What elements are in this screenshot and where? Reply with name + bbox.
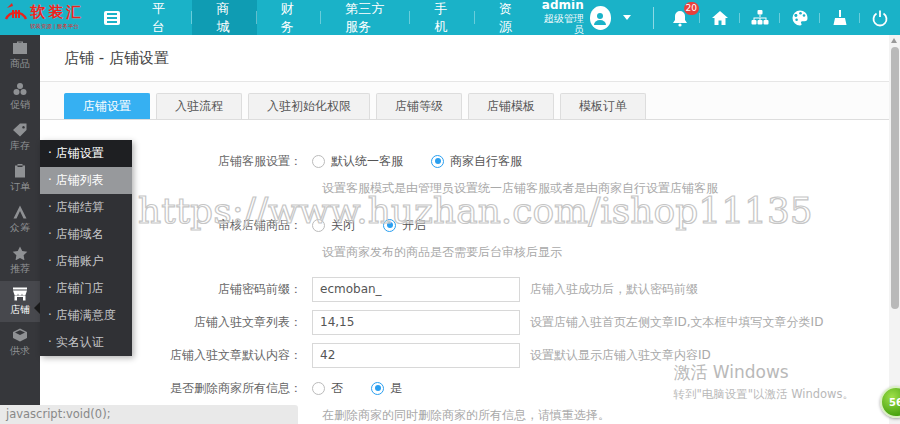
tab-shop-template[interactable]: 店铺模板 (468, 93, 554, 119)
nav-item-finance[interactable]: 财务 (257, 0, 321, 35)
sidebar-item-label: 店铺 (10, 303, 30, 317)
radio-icon[interactable] (312, 155, 325, 168)
page-title: 店铺 - 店铺设置 (40, 35, 900, 82)
radio-option[interactable]: 默认统一客服 (312, 153, 403, 170)
sidebar-item-crowdfunding[interactable]: 众筹 (0, 199, 40, 240)
tab-shop-settings[interactable]: 店铺设置 (64, 93, 150, 119)
power-icon[interactable] (860, 0, 900, 35)
cube-icon (12, 328, 28, 342)
submenu-item-shop-settings[interactable]: 店铺设置 (40, 140, 132, 167)
radio-option[interactable]: 商家自行客服 (431, 153, 522, 170)
tab-shop-grade[interactable]: 店铺等级 (376, 93, 462, 119)
sidebar-item-label: 推荐 (10, 262, 30, 276)
notifications-bell-icon[interactable]: 20 (660, 0, 700, 35)
radio-option[interactable]: 关闭 (312, 217, 355, 234)
icon-sidebar: 商品 促销 库存 订单 众筹 推荐 店铺 供求 (0, 35, 40, 424)
submenu-item-shop-satisfaction[interactable]: 店铺满意度 (40, 302, 132, 329)
field-hint: 设置客服模式是由管理员设置统一店铺客服或者是由商家自行设置店铺客服 (322, 180, 900, 197)
scroll-up-arrow-icon[interactable] (891, 38, 897, 43)
radio-label: 商家自行客服 (450, 153, 522, 170)
sidebar-item-label: 商品 (10, 57, 30, 71)
sidebar-item-recommend[interactable]: 推荐 (0, 240, 40, 281)
storefront-icon (12, 287, 28, 301)
mountain-a-icon (12, 205, 28, 219)
tag-icon (12, 123, 28, 137)
avatar (590, 6, 611, 30)
radio-option[interactable]: 开启 (383, 217, 426, 234)
sidebar-item-label: 促销 (10, 98, 30, 112)
radio-option[interactable]: 是 (371, 380, 402, 397)
tab-entry-init-permission[interactable]: 入驻初始化权限 (248, 93, 370, 119)
tab-template-orders[interactable]: 模板订单 (560, 93, 646, 119)
radio-label: 默认统一客服 (331, 153, 403, 170)
main-content: 店铺 - 店铺设置 店铺设置 入驻流程 入驻初始化权限 店铺等级 店铺模板 模板… (40, 35, 900, 424)
browser-status-bar: javascript:void(0); (0, 405, 298, 424)
briefcase-icon (12, 41, 28, 55)
nav-item-thirdparty[interactable]: 第三方服务 (321, 0, 410, 35)
radio-option[interactable]: 否 (312, 380, 343, 397)
field-label: 是否删除商家所有信息： (40, 380, 312, 397)
sitemap-icon[interactable] (740, 0, 780, 35)
radio-icon[interactable] (312, 219, 325, 232)
promotion-icon (12, 82, 28, 96)
sidebar-item-label: 众筹 (10, 221, 30, 235)
nav-item-platform[interactable]: 平台 (128, 0, 192, 35)
field-hint: 设置店铺入驻首页左侧文章ID,文本框中填写文章分类ID (530, 314, 823, 331)
nav-item-resource[interactable]: 资源 (475, 0, 539, 35)
sidebar-item-goods[interactable]: 商品 (0, 35, 40, 76)
submenu-item-shop-stores[interactable]: 店铺门店 (40, 275, 132, 302)
password-prefix-input[interactable] (312, 277, 520, 302)
sidebar-item-label: 供求 (10, 344, 30, 358)
logo-title: 软装汇 (30, 3, 84, 22)
nav-item-mobile[interactable]: 手机 (410, 0, 474, 35)
nav-item-mall[interactable]: 商城 (192, 0, 256, 35)
radio-icon[interactable] (312, 382, 325, 395)
radio-label: 否 (331, 380, 343, 397)
entry-article-content-input[interactable] (312, 343, 520, 368)
vertical-scrollbar[interactable] (889, 35, 900, 424)
sidebar-toggle-icon[interactable] (104, 11, 120, 25)
sidebar-item-supply[interactable]: 供求 (0, 322, 40, 363)
radio-icon[interactable] (383, 219, 396, 232)
divider (653, 7, 654, 29)
user-name: admin (539, 0, 584, 13)
radio-icon[interactable] (431, 155, 444, 168)
radio-label: 关闭 (331, 217, 355, 234)
topbar: 软装汇 软装资源 | 服务平台 平台 商城 财务 第三方服务 手机 资源 adm… (0, 0, 900, 35)
app-logo[interactable]: 软装汇 软装资源 | 服务平台 (0, 0, 102, 35)
submenu-item-shop-account[interactable]: 店铺账户 (40, 248, 132, 275)
chevron-down-icon (623, 15, 631, 20)
entry-article-list-input[interactable] (312, 310, 520, 335)
sidebar-item-label: 订单 (10, 180, 30, 194)
submenu-collapse-arrow-icon[interactable] (34, 302, 40, 314)
logo-roof-icon (4, 2, 28, 23)
sidebar-item-stock[interactable]: 库存 (0, 117, 40, 158)
bell-badge: 20 (684, 2, 699, 15)
palette-icon[interactable] (780, 0, 820, 35)
tab-bar: 店铺设置 入驻流程 入驻初始化权限 店铺等级 店铺模板 模板订单 (40, 82, 900, 120)
main-nav: 平台 商城 财务 第三方服务 手机 资源 (128, 0, 539, 35)
submenu-item-shop-settlement[interactable]: 店铺结算 (40, 194, 132, 221)
home-icon[interactable] (700, 0, 740, 35)
user-menu[interactable]: admin 超级管理员 (539, 0, 647, 36)
scrollbar-thumb[interactable] (891, 47, 899, 309)
user-role: 超级管理员 (539, 13, 584, 36)
submenu-item-shop-list[interactable]: 店铺列表 (40, 167, 132, 194)
field-hint: 在删除商家的同时删除商家的所有信息，请慎重选择。 (322, 407, 900, 424)
logo-subtitle: 软装资源 | 服务平台 (30, 23, 79, 30)
sidebar-item-promotion[interactable]: 促销 (0, 76, 40, 117)
sidebar-item-label: 库存 (10, 139, 30, 153)
clipboard-icon (12, 164, 28, 178)
radio-label: 是 (390, 380, 402, 397)
tab-entry-process[interactable]: 入驻流程 (156, 93, 242, 119)
broom-icon[interactable] (820, 0, 860, 35)
sidebar-item-orders[interactable]: 订单 (0, 158, 40, 199)
shop-submenu: 店铺设置 店铺列表 店铺结算 店铺域名 店铺账户 店铺门店 店铺满意度 实名认证 (40, 140, 132, 356)
radio-label: 开启 (402, 217, 426, 234)
submenu-item-realname-auth[interactable]: 实名认证 (40, 329, 132, 356)
submenu-item-shop-domain[interactable]: 店铺域名 (40, 221, 132, 248)
field-hint: 设置默认显示店铺入驻文章内容ID (530, 347, 711, 364)
field-hint: 店铺入驻成功后，默认密码前缀 (530, 281, 698, 298)
radio-icon[interactable] (371, 382, 384, 395)
settings-form: 店铺客服设置： 默认统一客服 商家自行客服 设置客服模式是由管理员设置统一店铺客… (40, 120, 900, 424)
